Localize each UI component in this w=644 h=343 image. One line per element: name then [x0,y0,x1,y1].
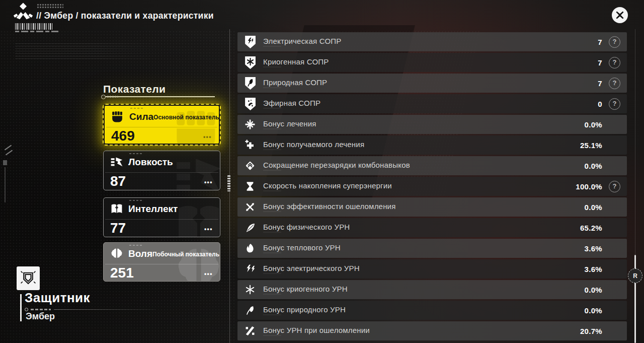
card-value: 87 [110,173,126,189]
more-dots-icon[interactable]: ••• [203,133,212,144]
character-name: Эмбер [26,311,55,322]
stat-value: 100.0% [576,182,602,191]
barcode-caption [15,31,60,32]
stat-value: 0.0% [585,306,602,315]
stat-row-cryo-dmg[interactable]: Бонус криогенного УРН 0.0% [237,280,627,299]
stat-label: Бонус лечения [263,119,316,129]
left-edge-marks [3,146,14,176]
panel-title: Показатели [103,83,166,95]
stat-label: Бонус криогенного УРН [263,285,348,295]
defender-shield-icon [18,269,38,288]
cryo-resistance-icon [244,56,257,70]
ether-resistance-icon [244,97,257,111]
stat-row-nature-res[interactable]: Природная СОПР 7 ? [237,74,627,93]
stat-label: Эфирная СОПР [263,99,320,109]
daze-dmg-icon [244,324,257,338]
stat-label: Бонус электрического УРН [263,264,360,274]
stat-value: 0 [598,100,602,108]
stat-card-agility[interactable]: Ловкость 87 ••• [103,151,220,190]
stat-label: Скорость накопления суперэнергии [263,181,392,191]
class-accent-bar [20,294,22,321]
stat-row-physical-dmg[interactable]: Бонус физического УРН 65.2% [237,218,627,237]
nature-dmg-icon [244,304,257,317]
electric-dmg-icon [244,262,257,276]
cryo-dmg-icon [244,283,257,297]
class-badge [17,266,40,290]
stat-label: Электрическая СОПР [263,37,341,47]
r-stick-scroll-button[interactable]: R [628,268,642,283]
card-value: 77 [110,220,126,236]
card-value: 251 [110,265,134,281]
stat-value: 65.2% [580,224,602,232]
card-tag: Побочный показатель [152,250,219,258]
combo-cooldown-icon [244,159,257,173]
stat-value: 0.0% [585,203,602,212]
class-label: Защитник [25,290,90,306]
panel-title-underline [103,96,215,97]
stat-row-healing-bonus[interactable]: Бонус лечения 0.0% [237,115,627,134]
stat-label: Бонус физического УРН [263,223,350,233]
stat-value: 0.0% [585,162,602,170]
nature-resistance-icon [244,77,257,90]
stat-row-fire-dmg[interactable]: Бонус теплового УРН 3.6% [237,239,627,258]
agility-icon [110,156,123,169]
close-icon [614,9,626,21]
more-dots-icon[interactable]: ••• [204,226,213,236]
card-label: Интеллект [128,203,178,215]
stat-value: 0.0% [585,286,602,294]
stat-row-incoming-healing[interactable]: Бонус получаемого лечения 25.1% [237,135,627,155]
will-icon [110,247,123,260]
electric-resistance-icon [244,35,257,49]
help-icon[interactable]: ? [609,181,620,192]
stat-card-intellect[interactable]: Интеллект 77 ••• [103,197,220,237]
physical-dmg-icon [244,221,257,235]
stat-label: Бонус теплового УРН [263,243,341,253]
incoming-healing-icon [244,139,257,152]
stat-row-daze-efficiency[interactable]: Бонус эффективности ошеломления 0.0% [237,197,627,217]
help-icon[interactable]: ? [609,57,620,68]
character-stats-screen: // Эмбер / показатели и характеристики П… [0,0,644,343]
stat-label: Бонус эффективности ошеломления [263,202,396,212]
stat-label: Бонус получаемого лечения [263,140,364,150]
daze-efficiency-icon [244,200,257,214]
lore-microtext-block [15,43,166,59]
card-value: 469 [111,128,135,144]
stat-row-electric-res[interactable]: Электрическая СОПР 7 ? [237,32,627,51]
fire-dmg-icon [244,242,257,255]
more-dots-icon[interactable]: ••• [204,270,213,281]
stat-value: 7 [598,79,602,88]
stats-list: Электрическая СОПР 7 ? Криогенная СОПР 7… [237,32,627,342]
stat-row-electric-dmg[interactable]: Бонус электрического УРН 3.6% [237,259,627,279]
card-label: Ловкость [128,157,173,168]
stat-row-cryo-res[interactable]: Криогенная СОПР 7 ? [237,53,627,72]
more-dots-icon[interactable]: ••• [204,179,213,189]
stat-card-will[interactable]: Воля Побочный показатель 251 ••• [103,242,220,282]
stat-row-ether-res[interactable]: Эфирная СОПР 0 ? [237,94,627,113]
card-tag: Основной показатель [153,113,219,121]
close-button[interactable] [612,7,628,23]
breadcrumb-title: // Эмбер / показатели и характеристики [36,11,214,21]
help-icon[interactable]: ? [609,98,620,110]
stat-value: 3.6% [585,265,602,273]
stat-label: Бонус природного УРН [263,305,346,315]
stat-label: Бонус УРН при ошеломлении [263,326,370,336]
help-icon[interactable]: ? [609,36,620,48]
stat-row-energy-rate[interactable]: Скорость накопления суперэнергии 100.0% … [237,177,627,196]
stat-row-nature-dmg[interactable]: Бонус природного УРН 0.0% [237,301,627,320]
card-label: Сила [129,111,153,122]
energy-rate-icon [244,180,257,193]
stat-row-combo-cooldown[interactable]: Сокращение перезарядки комбонавыков 0.0% [237,156,627,175]
game-logo-icon [13,3,33,24]
stat-row-daze-dmg[interactable]: Бонус УРН при ошеломлении 20.7% [237,321,627,340]
class-subline [25,308,155,311]
card-label: Воля [128,248,152,259]
stat-label: Криогенная СОПР [263,57,329,67]
panel-title-ticks [107,96,118,98]
stat-value: 20.7% [580,327,602,335]
stat-value: 3.6% [585,244,602,253]
stat-value: 7 [598,38,602,46]
help-icon[interactable]: ? [609,78,620,89]
stat-value: 25.1% [580,141,602,150]
stat-card-strength[interactable]: Сила Основной показатель 469 ••• [103,104,220,145]
stat-label: Природная СОПР [263,78,327,88]
